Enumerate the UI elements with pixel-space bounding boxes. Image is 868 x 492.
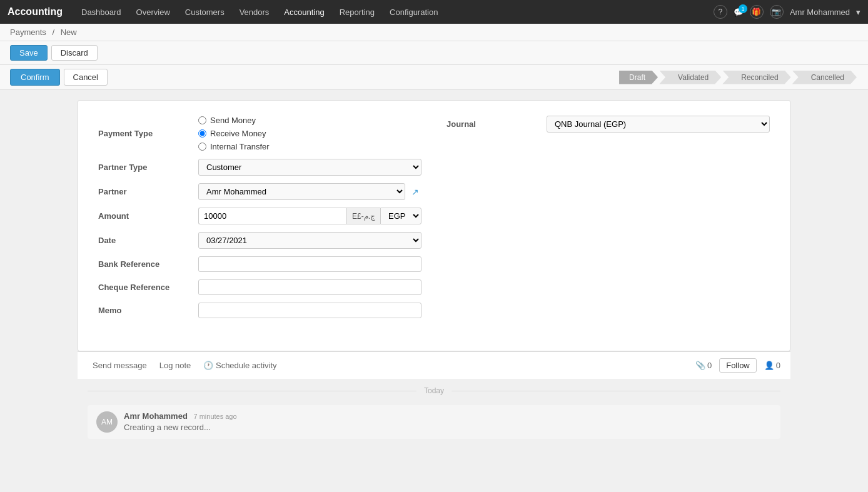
navbar-right: ? 💬 1 🎁 📷 Amr Mohammed ▾ [714,5,860,19]
breadcrumb: Payments / New [0,24,868,41]
chatter: Send message Log note 🕐 Schedule activit… [78,351,790,451]
cancel-button[interactable]: Cancel [64,69,108,86]
nav-customers[interactable]: Customers [179,5,231,19]
user-name[interactable]: Amr Mohammed [790,8,850,17]
message-badge: 1 [739,4,747,13]
person-icon: 👤 [764,361,774,370]
gift-icon[interactable]: 🎁 [750,5,764,19]
main-nav: Dashboard Overview Customers Vendors Acc… [75,5,714,19]
partner-select[interactable]: Amr Mohammed [198,183,405,200]
nav-vendors[interactable]: Vendors [233,5,276,19]
journal-row: Journal QNB Journal (EGP) [447,116,770,133]
attachments-count: 0 [707,361,712,370]
radio-receive-money[interactable]: Receive Money [198,129,270,138]
status-validated: Validated [659,71,721,84]
camera-icon[interactable]: 📷 [770,5,784,19]
form-card: Payment Type Send Money Receive Money [78,100,790,351]
follow-button[interactable]: Follow [719,358,757,373]
status-draft: Draft [619,71,658,84]
message-text: Creating a new record... [124,423,772,432]
schedule-activity-button[interactable]: 🕐 Schedule activity [198,358,281,373]
attachments-group: 📎 0 [695,361,712,370]
bank-reference-input[interactable] [198,256,421,272]
user-chevron-icon: ▾ [856,8,860,17]
followers-count: 0 [776,361,780,370]
message-author: Amr Mohammed [124,411,188,421]
amount-row: Amount E£-ج.م EGP [98,208,421,224]
status-steps: Draft Validated Reconciled Cancelled [619,71,858,84]
partner-type-select[interactable]: Customer [198,159,421,176]
form-section: Payment Type Send Money Receive Money [98,116,770,326]
cheque-reference-label: Cheque Reference [98,283,198,292]
date-select[interactable]: 03/27/2021 [198,232,421,249]
breadcrumb-current: New [61,28,77,37]
internal-transfer-label: Internal Transfer [210,142,270,151]
radio-internal-transfer-input[interactable] [198,143,206,151]
memo-row: Memo [98,303,421,318]
paperclip-icon: 📎 [695,361,705,370]
status-reconciled: Reconciled [722,71,790,84]
amount-group: E£-ج.م EGP [198,208,421,224]
chatter-today-divider: Today [78,379,790,403]
message-body: Amr Mohammed 7 minutes ago Creating a ne… [124,411,772,433]
message-avatar: AM [96,411,118,433]
discard-button[interactable]: Discard [51,45,98,61]
nav-accounting[interactable]: Accounting [278,5,330,19]
confirm-button[interactable]: Confirm [10,69,60,86]
cheque-reference-input[interactable] [198,279,421,295]
date-row: Date 03/27/2021 [98,232,421,249]
main-content: Payment Type Send Money Receive Money [0,90,868,461]
partner-external-link-button[interactable]: ↗ [409,186,421,198]
partner-type-label: Partner Type [98,163,198,172]
form-left: Payment Type Send Money Receive Money [98,116,421,326]
form-right: Journal QNB Journal (EGP) [447,116,770,326]
payment-type-row: Payment Type Send Money Receive Money [98,116,421,151]
nav-dashboard[interactable]: Dashboard [75,5,128,19]
partner-type-row: Partner Type Customer [98,159,421,176]
bank-reference-row: Bank Reference [98,256,421,272]
messages-button[interactable]: 💬 1 [734,8,744,17]
breadcrumb-parent[interactable]: Payments [10,28,46,37]
amount-label: Amount [98,211,198,221]
app-brand: Accounting [8,6,63,18]
nav-configuration[interactable]: Configuration [383,5,444,19]
radio-send-money-input[interactable] [198,116,206,124]
breadcrumb-separator: / [52,28,54,37]
nav-reporting[interactable]: Reporting [333,5,381,19]
receive-money-label: Receive Money [210,129,266,138]
save-button[interactable]: Save [10,45,48,61]
status-cancelled: Cancelled [792,71,857,84]
journal-select[interactable]: QNB Journal (EGP) [547,116,770,133]
message-time: 7 minutes ago [193,413,236,420]
help-icon[interactable]: ? [714,5,727,19]
payment-type-label: Payment Type [98,129,198,138]
radio-send-money[interactable]: Send Money [198,116,270,125]
chatter-actions: Send message Log note 🕐 Schedule activit… [78,351,790,379]
today-label: Today [424,386,444,395]
currency-select[interactable]: EGP [380,208,421,224]
currency-symbol: E£-ج.م [346,208,380,224]
date-label: Date [98,236,198,245]
action-bar: Save Discard [0,41,868,65]
nav-overview[interactable]: Overview [130,5,176,19]
cheque-reference-row: Cheque Reference [98,279,421,295]
payment-type-radio-group: Send Money Receive Money Internal Transf… [198,116,270,151]
bank-reference-label: Bank Reference [98,259,198,269]
confirm-bar: Confirm Cancel [10,69,108,86]
followers-group: 👤 0 [764,361,780,370]
amount-input[interactable] [198,208,346,224]
chatter-right: 📎 0 Follow 👤 0 [695,358,780,373]
clock-icon: 🕐 [203,361,213,370]
journal-label: Journal [447,119,547,129]
partner-field-group: Amr Mohammed ↗ [198,183,421,200]
memo-input[interactable] [198,303,421,318]
send-money-label: Send Money [210,116,256,125]
partner-row: Partner Amr Mohammed ↗ [98,183,421,200]
radio-internal-transfer[interactable]: Internal Transfer [198,142,270,151]
radio-receive-money-input[interactable] [198,129,206,138]
navbar: Accounting Dashboard Overview Customers … [0,0,868,24]
send-message-button[interactable]: Send message [88,358,152,373]
chatter-message: AM Amr Mohammed 7 minutes ago Creating a… [88,405,780,439]
log-note-button[interactable]: Log note [154,358,196,373]
memo-label: Memo [98,306,198,315]
